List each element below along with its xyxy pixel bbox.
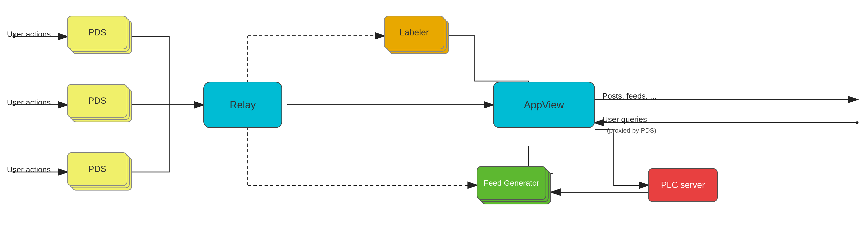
relay-label: Relay — [230, 99, 256, 111]
user-queries-label: User queries — [602, 115, 647, 124]
posts-feeds-label: Posts, feeds, ... — [602, 92, 656, 101]
user-actions-label-2: User actions — [7, 98, 51, 107]
diagram-container: PDS PDS PDS Relay Labeler AppView — [0, 0, 868, 247]
proxied-by-pds-label: (proxied by PDS) — [607, 127, 656, 134]
pds-box-3-front: PDS — [67, 152, 127, 186]
pds-box-2-front: PDS — [67, 84, 127, 117]
relay-box: Relay — [204, 82, 282, 128]
pds-label-1: PDS — [88, 28, 106, 37]
plcserver-label: PLC server — [661, 180, 705, 190]
pds-label-2: PDS — [88, 96, 106, 106]
appview-label: AppView — [524, 99, 564, 111]
pds-label-3: PDS — [88, 164, 106, 174]
labeler-label: Labeler — [400, 28, 429, 37]
pds-box-1-front: PDS — [67, 16, 127, 49]
plcserver-box: PLC server — [648, 168, 718, 202]
feedgen-box-front: Feed Generator — [477, 166, 546, 200]
user-actions-label-3: User actions — [7, 165, 51, 174]
appview-box: AppView — [493, 82, 595, 128]
labeler-box-front: Labeler — [384, 16, 444, 49]
feedgen-label: Feed Generator — [484, 178, 539, 187]
user-actions-label-1: User actions — [7, 30, 51, 39]
svg-point-17 — [856, 121, 859, 124]
